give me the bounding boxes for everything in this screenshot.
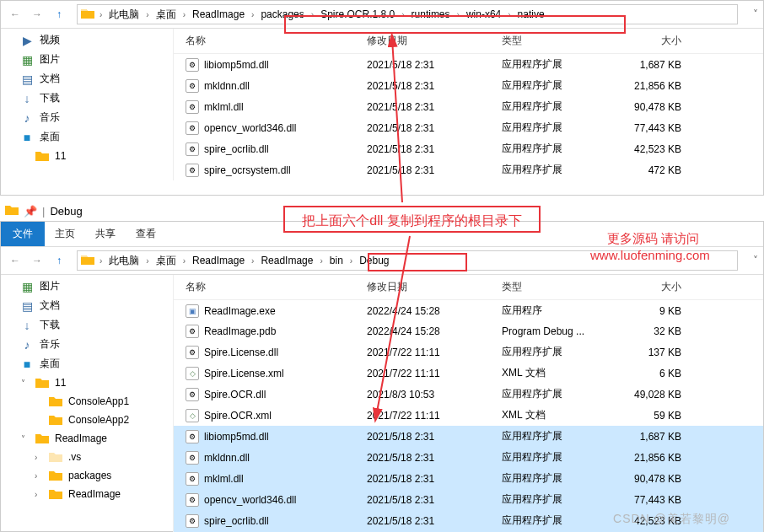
tree-item[interactable]: ♪音乐 — [4, 108, 173, 127]
tab-share[interactable]: 共享 — [85, 222, 126, 246]
pictures-icon: ▦ — [19, 53, 35, 67]
file-row[interactable]: ⚙mkldnn.dll2021/5/18 2:31应用程序扩展21,856 KB — [174, 75, 763, 96]
file-row[interactable]: ⚙libiomp5md.dll2021/5/18 2:31应用程序扩展1,687… — [174, 426, 763, 447]
expand-icon[interactable]: › — [35, 453, 43, 462]
nav-back-icon[interactable]: ← — [6, 5, 24, 24]
file-row[interactable]: ◇Spire.OCR.xml2021/7/22 11:11XML 文档59 KB — [174, 405, 763, 426]
folder-icon — [48, 413, 63, 427]
music-icon: ♪ — [19, 111, 35, 125]
folder-icon — [48, 469, 63, 482]
breadcrumb-item[interactable]: 此电脑 — [104, 253, 144, 268]
annotation-box-breadcrumb-top — [284, 15, 626, 34]
breadcrumb-item[interactable]: ReadImage — [187, 253, 250, 268]
folder-icon — [48, 487, 63, 501]
annotation-instruction: 把上面六个dll 复制到程序的根目录下 — [285, 207, 539, 235]
file-row[interactable]: ⚙mklml.dll2021/5/18 2:31应用程序扩展90,478 KB — [174, 96, 763, 117]
tree-item[interactable]: ▶视频 — [4, 30, 173, 50]
expand-icon[interactable]: › — [35, 490, 43, 499]
col-size[interactable]: 大小 — [616, 280, 691, 294]
docs-icon: ▤ — [19, 73, 35, 86]
tree-item-label: 音乐 — [40, 337, 60, 352]
nav-up-icon[interactable]: ↑ — [50, 5, 68, 24]
col-type[interactable]: 类型 — [502, 34, 616, 48]
file-name: libiomp5md.dll — [204, 431, 269, 443]
tree-item[interactable]: ConsoleApp2 — [4, 411, 173, 429]
file-row[interactable]: ⚙mkldnn.dll2021/5/18 2:31应用程序扩展21,856 KB — [174, 447, 763, 468]
file-row[interactable]: ⚙mklml.dll2021/5/18 2:31应用程序扩展90,478 KB — [174, 468, 763, 489]
tree-item[interactable]: ▦图片 — [4, 277, 173, 296]
tree-item-label: packages — [68, 470, 111, 481]
file-row[interactable]: ⚙Spire.License.dll2021/7/22 11:11应用程序扩展1… — [174, 341, 763, 363]
file-row[interactable]: ⚙opencv_world346.dll2021/5/18 2:31应用程序扩展… — [174, 489, 763, 510]
tree-item[interactable]: ›packages — [4, 466, 173, 485]
breadcrumb-item[interactable]: 此电脑 — [104, 7, 144, 22]
tab-view[interactable]: 查看 — [126, 222, 166, 246]
file-row[interactable]: ◇Spire.License.xml2021/7/22 11:11XML 文档6… — [174, 363, 763, 384]
tree-item[interactable]: ›ReadImage — [4, 485, 173, 503]
file-row[interactable]: ⚙opencv_world346.dll2021/5/18 2:31应用程序扩展… — [174, 117, 763, 138]
col-date[interactable]: 修改日期 — [367, 280, 502, 294]
breadcrumb-item[interactable]: ReadImage — [187, 7, 250, 22]
chevron-icon: › — [181, 10, 187, 19]
file-type: 应用程序 — [502, 304, 616, 318]
col-date[interactable]: 修改日期 — [367, 34, 502, 48]
tab-file[interactable]: 文件 — [1, 222, 45, 246]
file-row[interactable]: ⚙spire_ocrlib.dll2021/5/18 2:31应用程序扩展42,… — [174, 138, 763, 159]
tree-item[interactable]: 11 — [4, 147, 173, 165]
tree-item[interactable]: ↓下载 — [4, 89, 173, 108]
file-row[interactable]: ⚙spire_ocrsystem.dll2021/5/18 2:31应用程序扩展… — [174, 159, 763, 180]
tree-item[interactable]: ˅ReadImage — [4, 429, 173, 448]
file-date: 2021/5/18 2:31 — [367, 515, 502, 527]
col-type[interactable]: 类型 — [502, 280, 616, 294]
annotation-link-text: 更多源码 请访问 — [607, 231, 699, 247]
file-date: 2021/5/18 2:31 — [367, 164, 502, 176]
chevron-icon: › — [318, 256, 324, 266]
tree-item[interactable]: ˅11 — [4, 373, 173, 392]
tree-item-label: 下载 — [40, 318, 60, 332]
tree-item[interactable]: ■桌面 — [4, 127, 173, 147]
tree-item-label: 桌面 — [40, 357, 60, 371]
folder-icon — [81, 254, 94, 268]
file-row[interactable]: ▣ReadImage.exe2022/4/24 15:28应用程序9 KB — [174, 300, 763, 321]
watermark: CSDN @美若黎明@ — [613, 512, 730, 527]
nav-up-icon[interactable]: ↑ — [50, 251, 68, 270]
col-size[interactable]: 大小 — [616, 34, 691, 48]
downloads-icon: ↓ — [19, 92, 35, 105]
tree-item[interactable]: ↓下载 — [4, 315, 173, 335]
expand-icon[interactable]: › — [35, 471, 43, 481]
file-row[interactable]: ⚙Spire.OCR.dll2021/8/3 10:53应用程序扩展49,028… — [174, 384, 763, 405]
tree-item[interactable]: ›.vs — [4, 448, 173, 466]
tab-home[interactable]: 主页 — [45, 222, 85, 246]
file-row[interactable]: ⚙ReadImage.pdb2022/4/24 15:28Program Deb… — [174, 321, 763, 341]
expand-icon[interactable]: ˅ — [21, 434, 30, 443]
file-size: 137 KB — [616, 347, 691, 358]
nav-back-icon[interactable]: ← — [6, 251, 24, 270]
file-type: 应用程序扩展 — [502, 345, 616, 359]
chevron-icon: › — [98, 256, 104, 266]
dropdown-icon[interactable]: ˅ — [746, 8, 758, 20]
file-icon: ⚙ — [186, 100, 199, 114]
breadcrumb-item[interactable]: 桌面 — [151, 7, 181, 22]
tree-item[interactable]: ▤文档 — [4, 296, 173, 315]
col-name[interactable]: 名称 — [177, 280, 367, 294]
file-row[interactable]: ⚙libiomp5md.dll2021/5/18 2:31应用程序扩展1,687… — [174, 54, 763, 75]
pictures-icon: ▦ — [19, 280, 35, 293]
breadcrumb-item[interactable]: bin — [325, 253, 348, 268]
file-date: 2021/5/18 2:31 — [367, 494, 502, 506]
column-header[interactable]: 名称 修改日期 类型 大小 — [174, 275, 763, 300]
breadcrumb-item[interactable]: ReadImage — [256, 253, 318, 268]
expand-icon[interactable]: ˅ — [21, 379, 30, 388]
file-date: 2021/5/18 2:31 — [367, 80, 502, 92]
tree-item[interactable]: ▦图片 — [4, 50, 173, 69]
file-name: Spire.OCR.dll — [204, 389, 266, 400]
dropdown-icon[interactable]: ˅ — [746, 255, 758, 266]
tree-item[interactable]: ConsoleApp1 — [4, 392, 173, 411]
file-size: 77,443 KB — [616, 494, 691, 506]
tree-item[interactable]: ▤文档 — [4, 69, 173, 89]
file-icon: ⚙ — [186, 388, 199, 401]
tree-item-label: 下载 — [40, 91, 60, 105]
tree-item[interactable]: ♪音乐 — [4, 335, 173, 354]
breadcrumb-item[interactable]: 桌面 — [151, 253, 181, 268]
col-name[interactable]: 名称 — [177, 34, 367, 48]
tree-item[interactable]: ■桌面 — [4, 354, 173, 373]
